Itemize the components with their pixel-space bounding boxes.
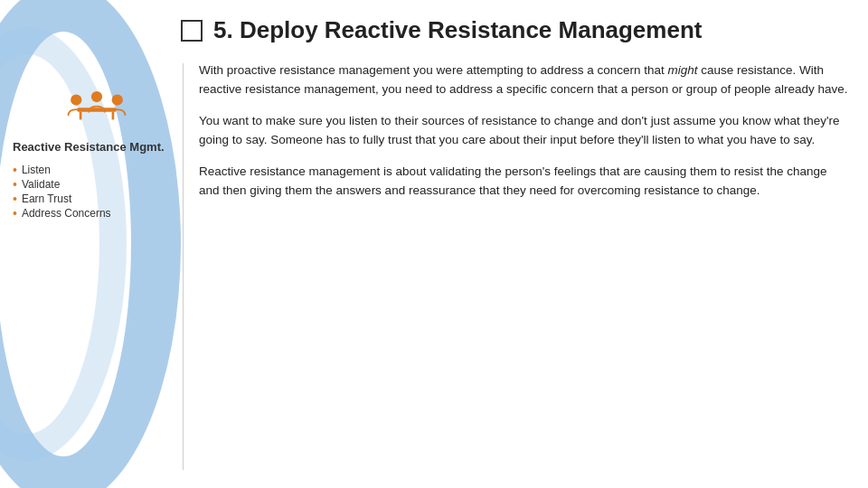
- sidebar-list: Listen Validate Earn Trust Address Conce…: [13, 163, 180, 221]
- content-divider: [183, 63, 184, 470]
- sidebar-heading: Reactive Resistance Mgmt.: [13, 140, 180, 155]
- sidebar: Reactive Resistance Mgmt. Listen Validat…: [13, 81, 180, 221]
- main-content: With proactive resistance management you…: [199, 61, 850, 470]
- header: 5. Deploy Reactive Resistance Management: [181, 16, 850, 44]
- list-item: Listen: [13, 163, 180, 177]
- svg-rect-1: [79, 112, 81, 120]
- header-checkbox: [181, 20, 203, 42]
- paragraph-3: Reactive resistance management is about …: [199, 163, 850, 201]
- left-decoration: [0, 0, 190, 488]
- svg-rect-0: [77, 108, 117, 111]
- list-item: Validate: [13, 177, 180, 192]
- svg-rect-2: [111, 112, 114, 120]
- italic-word: might: [668, 63, 698, 77]
- list-item: Address Concerns: [13, 206, 180, 221]
- svg-point-5: [90, 91, 101, 102]
- paragraph-1: With proactive resistance management you…: [199, 61, 850, 99]
- svg-point-4: [111, 94, 122, 105]
- svg-point-3: [71, 94, 81, 105]
- page-title: 5. Deploy Reactive Resistance Management: [213, 16, 702, 44]
- people-meeting-icon: [13, 81, 180, 131]
- list-item: Earn Trust: [13, 192, 180, 206]
- paragraph-2: You want to make sure you listen to thei…: [199, 112, 850, 150]
